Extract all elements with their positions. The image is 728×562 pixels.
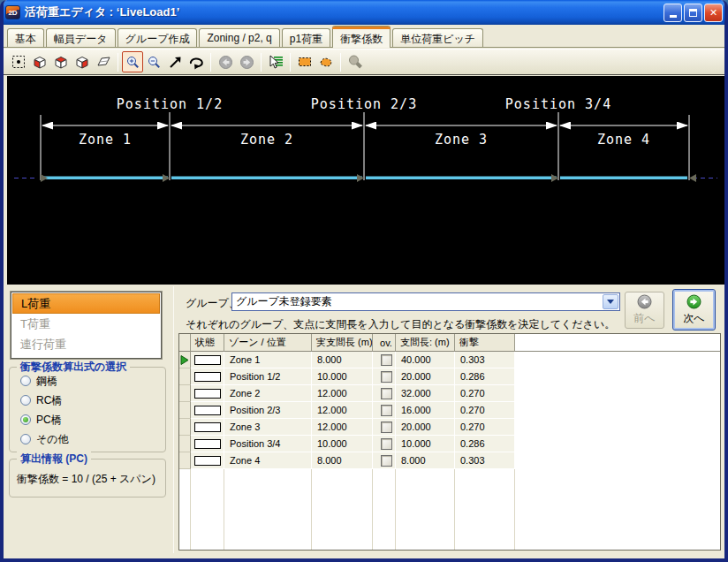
select-rect-button[interactable] [294, 51, 315, 72]
row-selector[interactable] [179, 368, 191, 385]
actual-span-cell[interactable]: 12.000 [312, 402, 373, 419]
load-type-t[interactable]: T荷重 [12, 314, 160, 334]
zone-cell: Zone 2 [224, 385, 312, 402]
span-cell[interactable]: 20.000 [396, 419, 455, 436]
ov-checkbox[interactable] [381, 422, 392, 433]
ov-checkbox[interactable] [381, 354, 392, 366]
tab-impact-factor[interactable]: 衝撃係数 [332, 26, 391, 48]
tab-zoning[interactable]: Zoning / p2, q [199, 28, 279, 47]
load-type-l[interactable]: L荷重 [12, 293, 160, 314]
load-type-renko[interactable]: 連行荷重 [12, 334, 160, 354]
table-row[interactable]: Zone 4 8.000 8.000 0.303 [179, 452, 720, 469]
row-selector[interactable] [179, 419, 191, 436]
col-ov: ov. [373, 334, 396, 352]
span-cell[interactable]: 20.000 [396, 368, 455, 385]
minimize-button[interactable] [664, 4, 682, 22]
row-selector[interactable] [179, 452, 191, 469]
status-indicator [194, 355, 221, 365]
radio-steel-bridge[interactable]: 鋼橋 [20, 375, 165, 387]
view-cube-wire-button[interactable] [93, 51, 114, 72]
zone-label: Zone 2 [240, 132, 293, 148]
view-cube-top-button[interactable] [50, 51, 72, 72]
toolbar-separator [118, 53, 118, 72]
radio-rc-bridge[interactable]: RC橋 [20, 394, 165, 406]
pick-element-button[interactable] [265, 51, 286, 72]
app-icon: 2D [5, 5, 20, 19]
radio-icon [20, 434, 31, 444]
beam-diagram-canvas[interactable]: Position 1/2 Position 2/3 Position 3/4 Z… [7, 76, 724, 285]
impact-cell: 0.270 [455, 419, 515, 436]
table-row[interactable]: Zone 3 12.000 20.000 0.270 [179, 419, 720, 436]
actual-span-cell[interactable]: 8.000 [312, 352, 373, 368]
actual-span-cell[interactable]: 12.000 [312, 385, 373, 402]
maximize-button[interactable] [684, 4, 702, 22]
table-row[interactable]: Zone 1 8.000 40.000 0.303 [179, 352, 720, 368]
ov-cell [373, 368, 396, 385]
calc-info-group: 算出情報 (PC) 衝撃係数 = 10 / (25 + スパン) [9, 459, 166, 497]
load-type-list: L荷重 T荷重 連行荷重 [11, 292, 162, 359]
actual-span-cell[interactable]: 10.000 [312, 368, 373, 385]
impact-cell: 0.286 [455, 436, 515, 452]
toolbar-separator [290, 53, 291, 72]
impact-cell: 0.270 [455, 402, 515, 419]
view-cube-right-button[interactable] [72, 51, 93, 72]
table-empty-area [179, 469, 720, 551]
tab-p1-load[interactable]: p1荷重 [282, 28, 330, 47]
ov-checkbox[interactable] [381, 455, 392, 467]
ov-checkbox[interactable] [381, 388, 392, 399]
close-button[interactable]: ✕ [704, 4, 723, 22]
actual-span-cell[interactable]: 10.000 [312, 436, 373, 452]
nav-back-button[interactable] [215, 51, 236, 72]
inspect-button[interactable] [345, 51, 366, 72]
tab-group-create[interactable]: グループ作成 [118, 28, 198, 47]
zoom-in-button[interactable] [122, 51, 143, 72]
table-row[interactable]: Position 2/3 12.000 16.000 0.270 [179, 402, 720, 419]
ov-cell [373, 452, 396, 469]
group-select[interactable]: グループ未登録要素 [231, 292, 620, 311]
pan-arrow-button[interactable] [164, 51, 186, 72]
zoom-out-button[interactable] [143, 51, 164, 72]
next-button[interactable]: 次へ [672, 289, 716, 330]
radio-icon [20, 395, 31, 406]
ov-checkbox[interactable] [381, 371, 392, 383]
span-cell[interactable]: 8.000 [396, 452, 455, 469]
span-cell[interactable]: 16.000 [396, 402, 455, 419]
toolbar [4, 49, 724, 75]
radio-pc-bridge[interactable]: PC橋 [20, 414, 165, 426]
select-lasso-button[interactable] [315, 51, 337, 72]
radio-other[interactable]: その他 [20, 433, 165, 445]
select-region-button[interactable] [8, 51, 29, 72]
nav-back-icon [218, 55, 233, 70]
row-selector[interactable] [179, 402, 191, 419]
minimize-icon [670, 15, 677, 18]
prev-button[interactable]: 前へ [625, 292, 664, 329]
tab-basic[interactable]: 基本 [7, 28, 44, 47]
group-select-dropdown-button[interactable] [603, 294, 618, 309]
table-row[interactable]: Zone 2 12.000 32.000 0.270 [179, 385, 720, 402]
table-row[interactable]: Position 3/4 10.000 10.000 0.286 [179, 436, 720, 452]
row-selector[interactable] [179, 352, 191, 368]
title-bar[interactable]: 2D 活荷重エディタ : ‘LiveLoad1’ ✕ [0, 0, 728, 25]
nav-forward-button[interactable] [236, 51, 257, 72]
table-row[interactable]: Position 1/2 10.000 20.000 0.286 [179, 368, 720, 385]
col-status: 状態 [191, 334, 224, 352]
span-cell[interactable]: 32.000 [396, 385, 455, 402]
ov-cell [373, 436, 396, 452]
view-cube-top-icon [54, 55, 69, 70]
span-cell[interactable]: 10.000 [396, 436, 455, 452]
ov-checkbox[interactable] [381, 405, 392, 416]
zone-cell: Position 1/2 [224, 368, 312, 385]
zoom-out-icon [147, 55, 162, 70]
view-cube-left-button[interactable] [29, 51, 50, 72]
actual-span-cell[interactable]: 12.000 [312, 419, 373, 436]
actual-span-cell[interactable]: 8.000 [312, 452, 373, 469]
tab-width-data[interactable]: 幅員データ [46, 28, 116, 47]
status-cell [191, 352, 224, 368]
zoom-in-icon [125, 55, 140, 70]
tab-unit-load-pitch[interactable]: 単位荷重ピッチ [392, 28, 483, 47]
span-cell[interactable]: 40.000 [396, 352, 455, 368]
row-selector[interactable] [179, 385, 191, 402]
ov-checkbox[interactable] [381, 438, 392, 450]
rotate-view-button[interactable] [186, 51, 207, 72]
row-selector[interactable] [179, 436, 191, 452]
